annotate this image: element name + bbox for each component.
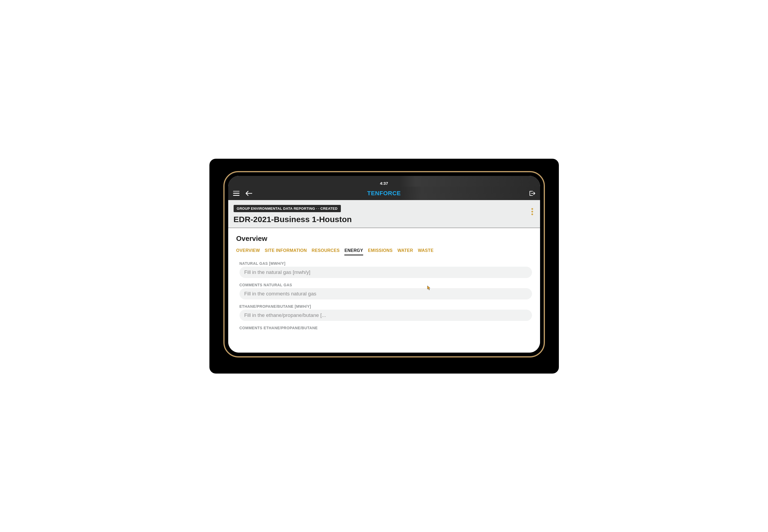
breadcrumb: GROUP ENVIRONMENTAL DATA REPORTING · · C… xyxy=(234,205,341,212)
tab-resources[interactable]: RESOURCES xyxy=(312,248,340,255)
tab-water[interactable]: WATER xyxy=(397,248,413,255)
section-heading: Overview xyxy=(236,234,532,243)
field-natural-gas: NATURAL GAS [MWH/Y] xyxy=(236,261,532,278)
page-title: EDR-2021-Business 1-Houston xyxy=(234,215,535,224)
device-outer-bezel: 4:37 TENFORCE GROUP ENVIRONMENTAL DAT xyxy=(210,159,559,374)
hamburger-icon[interactable] xyxy=(233,191,240,196)
comments-natural-gas-input[interactable] xyxy=(240,288,532,299)
status-bar: 4:37 xyxy=(228,176,540,187)
logout-icon[interactable] xyxy=(529,190,535,196)
tab-waste[interactable]: WASTE xyxy=(418,248,434,255)
tab-overview[interactable]: OVERVIEW xyxy=(236,248,260,255)
device-screen: 4:37 TENFORCE GROUP ENVIRONMENTAL DAT xyxy=(228,176,540,353)
tab-site-information[interactable]: SITE INFORMATION xyxy=(265,248,307,255)
page-header: GROUP ENVIRONMENTAL DATA REPORTING · · C… xyxy=(228,200,540,228)
back-arrow-icon[interactable] xyxy=(246,191,253,196)
natural-gas-input[interactable] xyxy=(240,267,532,278)
device-frame: 4:37 TENFORCE GROUP ENVIRONMENTAL DAT xyxy=(224,171,545,357)
tab-energy[interactable]: ENERGY xyxy=(344,248,363,255)
field-label: COMMENTS ETHANE/PROPANE/BUTANE xyxy=(240,326,532,330)
tabs-row: OVERVIEW SITE INFORMATION RESOURCES ENER… xyxy=(236,248,532,255)
field-ethane-propane-butane: ETHANE/PROPANE/BUTANE [MWH/Y] xyxy=(236,304,532,321)
field-label: NATURAL GAS [MWH/Y] xyxy=(240,261,532,266)
field-comments-ethane-propane-butane: COMMENTS ETHANE/PROPANE/BUTANE xyxy=(236,326,532,330)
nav-bar: TENFORCE xyxy=(228,187,540,200)
ethane-propane-butane-input[interactable] xyxy=(240,310,532,321)
more-options-icon[interactable] xyxy=(531,208,533,215)
field-label: ETHANE/PROPANE/BUTANE [MWH/Y] xyxy=(240,304,532,309)
content-area: Overview OVERVIEW SITE INFORMATION RESOU… xyxy=(228,228,540,353)
field-comments-natural-gas: COMMENTS NATURAL GAS xyxy=(236,283,532,299)
field-label: COMMENTS NATURAL GAS xyxy=(240,283,532,287)
brand-logo: TENFORCE xyxy=(367,190,401,197)
nav-left-group xyxy=(233,191,253,196)
tab-emissions[interactable]: EMISSIONS xyxy=(368,248,393,255)
status-time: 4:37 xyxy=(380,181,388,186)
